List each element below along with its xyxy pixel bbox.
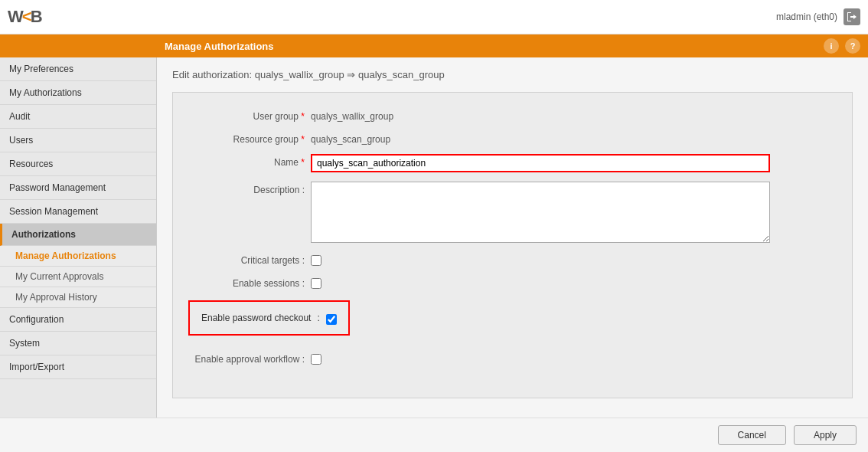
sidebar-item-my-authorizations[interactable]: My Authorizations — [0, 81, 156, 105]
sidebar-subitem-manage-authorizations[interactable]: Manage Authorizations — [0, 246, 156, 267]
sidebar-item-audit[interactable]: Audit — [0, 105, 156, 129]
enable-password-checkout-checkbox[interactable] — [326, 314, 337, 325]
main-layout: My Preferences My Authorizations Audit U… — [0, 57, 868, 452]
name-input-wrapper — [311, 154, 770, 172]
header-right: mladmin (eth0) — [776, 8, 860, 25]
resource-group-label: Resource group * — [188, 131, 311, 145]
enable-sessions-label: Enable sessions : — [188, 275, 311, 289]
description-input[interactable] — [311, 182, 770, 243]
title-bar: Manage Authorizations i ? — [0, 34, 868, 57]
cancel-button[interactable]: Cancel — [718, 425, 786, 445]
sidebar-item-system[interactable]: System — [0, 332, 156, 355]
password-checkout-section: Enable password checkout : — [188, 300, 350, 336]
enable-approval-workflow-label: Enable approval workflow : — [188, 351, 311, 365]
sidebar-item-resources[interactable]: Resources — [0, 152, 156, 176]
title-bar-title: Manage Authorizations — [165, 41, 274, 52]
sidebar-item-authorizations[interactable]: Authorizations — [0, 224, 156, 246]
enable-approval-workflow-checkbox[interactable] — [311, 354, 321, 365]
enable-approval-workflow-row: Enable approval workflow : — [188, 351, 837, 365]
bottom-bar: Cancel Apply — [0, 418, 868, 452]
sidebar-item-import-export[interactable]: Import/Export — [0, 355, 156, 379]
logo: W<B — [8, 7, 41, 27]
help-icon-button[interactable]: ? — [845, 38, 860, 54]
header: W<B mladmin (eth0) — [0, 0, 868, 34]
apply-button[interactable]: Apply — [794, 425, 857, 445]
enable-password-checkout-row: Enable password checkout : — [188, 300, 837, 336]
name-row: Name * — [188, 154, 837, 172]
user-group-value: qualys_wallix_group — [311, 108, 393, 122]
logout-button[interactable] — [844, 8, 860, 25]
sidebar-item-configuration[interactable]: Configuration — [0, 308, 156, 332]
sidebar-subitem-my-approval-history[interactable]: My Approval History — [0, 287, 156, 308]
critical-targets-label: Critical targets : — [188, 252, 311, 266]
name-label: Name * — [188, 154, 311, 168]
username-label: mladmin (eth0) — [776, 11, 837, 22]
resource-group-row: Resource group * qualys_scan_group — [188, 131, 837, 145]
critical-targets-checkbox[interactable] — [311, 255, 321, 266]
sidebar-item-password-management[interactable]: Password Management — [0, 176, 156, 200]
critical-targets-row: Critical targets : — [188, 252, 837, 266]
sidebar: My Preferences My Authorizations Audit U… — [0, 57, 157, 452]
name-input[interactable] — [311, 154, 770, 172]
sidebar-item-users[interactable]: Users — [0, 129, 156, 152]
enable-sessions-checkbox[interactable] — [311, 278, 321, 289]
sidebar-item-my-preferences[interactable]: My Preferences — [0, 57, 156, 81]
title-bar-icons: i ? — [824, 38, 868, 54]
description-row: Description : — [188, 182, 837, 243]
page-subtitle: Edit authorization: qualys_wallix_group … — [172, 69, 853, 80]
form-container: User group * qualys_wallix_group Resourc… — [172, 92, 853, 398]
sidebar-item-session-management[interactable]: Session Management — [0, 200, 156, 224]
resource-group-value: qualys_scan_group — [311, 131, 390, 145]
enable-password-checkout-label: Enable password checkout — [201, 313, 311, 323]
description-label: Description : — [188, 182, 311, 195]
user-group-label: User group * — [188, 108, 311, 122]
sidebar-subitem-my-current-approvals[interactable]: My Current Approvals — [0, 267, 156, 287]
content-area: Edit authorization: qualys_wallix_group … — [157, 57, 868, 452]
user-group-row: User group * qualys_wallix_group — [188, 108, 837, 122]
enable-sessions-row: Enable sessions : — [188, 275, 837, 289]
info-icon-button[interactable]: i — [824, 38, 839, 54]
